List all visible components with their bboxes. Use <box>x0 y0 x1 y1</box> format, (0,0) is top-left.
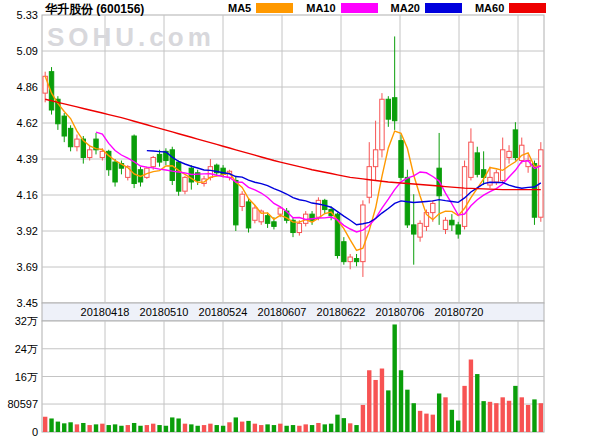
volume-bar <box>265 424 269 432</box>
date-label: 20180418 <box>81 306 130 318</box>
candle-body <box>513 130 517 158</box>
candle-body <box>500 150 504 181</box>
volume-bar <box>450 410 454 432</box>
volume-bar <box>87 425 91 432</box>
ma10-color-swatch <box>341 3 378 13</box>
volume-bar <box>354 425 358 432</box>
volume-bar <box>500 397 504 432</box>
price-tick-label: 4.16 <box>17 189 38 201</box>
volume-bar <box>176 418 180 432</box>
volume-bar <box>316 423 320 432</box>
candle-body <box>272 222 276 227</box>
volume-tick-label: 0 <box>32 426 38 438</box>
candle-body <box>488 177 492 185</box>
volume-bar <box>291 425 295 432</box>
volume-bar <box>119 426 123 432</box>
volume-bar <box>367 370 371 432</box>
candle-body <box>494 173 498 182</box>
ma-legend: MA5 MA10 MA20 MA60 <box>228 2 546 14</box>
volume-bar <box>475 374 479 432</box>
volume-bar <box>526 405 530 432</box>
candle-body <box>443 220 447 229</box>
candle-body <box>469 142 473 177</box>
volume-tick-label: 80597 <box>7 398 38 410</box>
candle-body <box>151 157 155 166</box>
volume-bar <box>335 415 339 432</box>
volume-bar <box>75 424 79 432</box>
volume-tick-label: 16万 <box>15 371 38 383</box>
volume-bar <box>227 422 231 432</box>
legend-item-ma10: MA10 <box>306 2 377 14</box>
volume-bar <box>310 425 314 432</box>
price-tick-label: 5.09 <box>17 45 38 57</box>
stock-chart-window: 华升股份 (600156) MA5 MA10 MA20 MA60 SOHU.co… <box>0 0 600 440</box>
volume-bar <box>107 425 111 432</box>
ma20-color-swatch <box>425 3 462 13</box>
volume-bar <box>424 414 428 432</box>
date-label: 20180720 <box>435 306 484 318</box>
candle-body <box>380 99 384 150</box>
legend-label-ma60: MA60 <box>475 2 504 14</box>
volume-bar <box>456 421 460 432</box>
volume-bar <box>507 401 511 432</box>
legend-label-ma10: MA10 <box>306 2 335 14</box>
candle-body <box>392 98 396 121</box>
volume-bar <box>215 425 219 432</box>
candle-body <box>87 150 91 158</box>
candle-body <box>75 139 79 147</box>
price-tick-label: 3.92 <box>17 225 38 237</box>
volume-bar <box>272 425 276 432</box>
candle-body <box>399 141 403 178</box>
volume-bar <box>183 424 187 432</box>
candle-body <box>431 203 435 212</box>
candle-body <box>183 177 187 191</box>
legend-item-ma5: MA5 <box>228 2 293 14</box>
volume-bar <box>520 397 524 432</box>
volume-bar <box>151 424 155 432</box>
volume-bar <box>297 426 301 432</box>
candle-body <box>456 225 460 234</box>
candle-body <box>316 200 320 217</box>
volume-bar <box>164 426 168 432</box>
volume-bar <box>195 426 199 432</box>
volume-bar <box>373 380 377 432</box>
volume-bar <box>221 426 225 432</box>
ma5-color-swatch <box>256 3 293 13</box>
volume-bar <box>132 423 136 432</box>
volume-bar <box>412 403 416 432</box>
volume-bar <box>399 370 403 432</box>
volume-bar <box>462 386 466 432</box>
candle-body <box>68 128 72 146</box>
candle-body <box>507 151 511 157</box>
volume-bar <box>234 417 238 432</box>
volume-bar <box>113 424 117 432</box>
volume-bar <box>405 390 409 432</box>
candle-body <box>234 180 238 224</box>
candle-body <box>386 99 390 119</box>
price-tick-label: 4.62 <box>17 117 38 129</box>
volume-bar <box>481 401 485 432</box>
price-tick-label: 3.45 <box>17 297 38 309</box>
volume-bar <box>342 418 346 432</box>
volume-bar <box>253 424 257 432</box>
candle-body <box>361 205 365 262</box>
candle-body <box>475 153 479 174</box>
candle-body <box>278 208 282 214</box>
date-label: 20180622 <box>317 306 366 318</box>
candle-body <box>297 223 301 232</box>
volume-bar <box>81 423 85 432</box>
volume-bar <box>208 424 212 432</box>
volume-bar <box>49 418 53 432</box>
volume-bar <box>494 403 498 432</box>
volume-bar <box>443 397 447 432</box>
date-label: 20180706 <box>376 306 425 318</box>
legend-label-ma5: MA5 <box>228 2 251 14</box>
price-tick-label: 4.86 <box>17 81 38 93</box>
candle-body <box>532 164 536 218</box>
candle-body <box>132 136 136 183</box>
volume-bar <box>170 417 174 432</box>
volume-bar <box>361 405 365 432</box>
volume-bar <box>94 424 98 432</box>
volume-bar <box>304 424 308 432</box>
volume-bar <box>56 422 60 432</box>
